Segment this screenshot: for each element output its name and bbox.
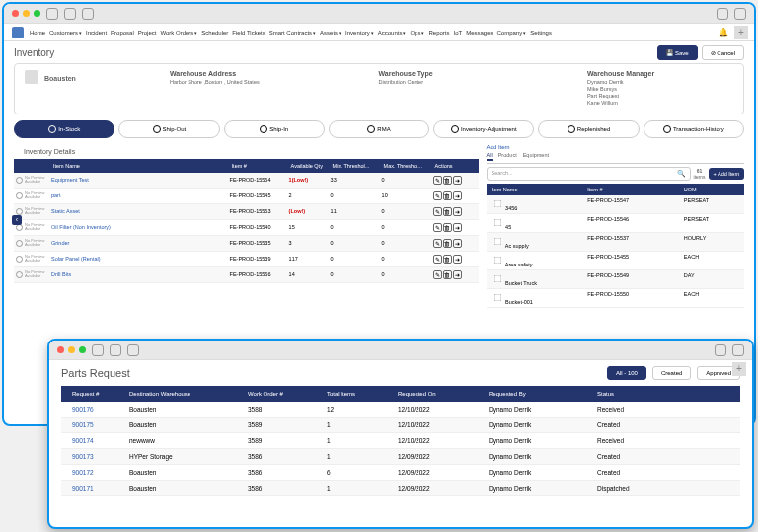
scroll-left-icon[interactable]: ‹ — [12, 215, 22, 225]
list-item[interactable]: 3456FE-PROD-15547PERSEAT — [487, 195, 744, 214]
edit-icon[interactable]: ✎ — [433, 270, 442, 279]
table-row[interactable]: No PreviewAvailableOil Filter (Non Inven… — [14, 220, 479, 236]
nav-project[interactable]: Project — [138, 30, 157, 36]
nav-assets[interactable]: Assets — [320, 30, 341, 36]
delete-icon[interactable]: 🗑 — [443, 207, 452, 216]
nav-messages[interactable]: Messages — [466, 30, 493, 36]
table-row[interactable]: No PreviewAvailableDrill BitsFE-PROD-155… — [14, 267, 479, 283]
maximize-icon[interactable] — [79, 346, 86, 353]
edit-icon[interactable]: ✎ — [433, 239, 442, 248]
add-item-button[interactable]: + Add Item — [709, 168, 744, 180]
col-name[interactable]: Item Name — [51, 163, 230, 169]
nav-incident[interactable]: Incident — [86, 30, 107, 36]
delete-icon[interactable]: 🗑 — [443, 239, 452, 248]
save-button[interactable]: 💾 Save — [657, 45, 697, 60]
nav-ops[interactable]: Ops — [410, 30, 424, 36]
new-tab-icon[interactable]: + — [734, 26, 748, 39]
table-row[interactable]: No PreviewAvailableGrinderFE-PROD-155353… — [14, 236, 479, 252]
delete-icon[interactable]: 🗑 — [443, 270, 452, 279]
more-icon[interactable]: ➜ — [453, 255, 462, 264]
table-row[interactable]: 900176Boausten35881212/10/2022Dynamo Der… — [61, 402, 740, 418]
subtab-equipment[interactable]: Equipment — [523, 152, 549, 161]
tab-ship-out[interactable]: Ship-Out — [118, 120, 219, 138]
item-name[interactable]: part — [51, 192, 230, 198]
nav-iot[interactable]: IoT — [453, 30, 462, 36]
request-link[interactable]: 900173 — [69, 453, 126, 460]
nav-scheduler[interactable]: Scheduler — [201, 30, 228, 36]
delete-icon[interactable]: 🗑 — [443, 176, 452, 185]
forward-icon[interactable] — [82, 8, 94, 20]
nav-settings[interactable]: Settings — [530, 30, 552, 36]
item-name[interactable]: Equipment Test — [51, 177, 230, 183]
col-qty[interactable]: Available Qty — [289, 163, 331, 169]
more-icon[interactable]: ➜ — [453, 270, 462, 279]
close-icon[interactable] — [57, 346, 64, 353]
request-link[interactable]: 900174 — [69, 437, 126, 444]
sidebar-icon[interactable] — [127, 344, 139, 356]
nav-work-orders[interactable]: Work Orders — [160, 30, 197, 36]
more-icon[interactable]: ➜ — [453, 239, 462, 248]
item-checkbox[interactable] — [493, 218, 501, 226]
bell-icon[interactable]: 🔔 — [719, 28, 728, 37]
maximize-icon[interactable] — [34, 10, 40, 17]
search-icon[interactable]: 🔍 — [677, 170, 686, 178]
item-name[interactable]: Solar Panel (Rental) — [51, 256, 230, 262]
table-row[interactable]: 900175Boausten3589112/10/2022Dynamo Derr… — [61, 418, 740, 433]
edit-icon[interactable]: ✎ — [433, 176, 442, 185]
table-row[interactable]: 900172Boausten3586612/09/2022Dynamo Derr… — [61, 465, 740, 481]
search-input[interactable]: Search... 🔍 — [487, 167, 691, 181]
table-row[interactable]: 900171Boausten3586112/09/2022Dynamo Derr… — [61, 481, 740, 496]
nav-accounts[interactable]: Accounts — [378, 30, 407, 36]
list-item[interactable]: 45FE-PROD-15546PERSEAT — [487, 214, 744, 233]
nav-reports[interactable]: Reports — [428, 30, 449, 36]
tab-in-stock[interactable]: In-Stock — [14, 120, 114, 138]
item-name[interactable]: Grinder — [51, 240, 230, 246]
nav-inventory[interactable]: Inventory — [345, 30, 374, 36]
nav-smart-contracts[interactable]: Smart Contracts — [269, 30, 316, 36]
tab-replenished[interactable]: Replenished — [538, 120, 639, 138]
logo-icon[interactable] — [12, 27, 24, 38]
delete-icon[interactable]: 🗑 — [443, 223, 452, 232]
close-icon[interactable] — [12, 10, 19, 17]
nav-company[interactable]: Company — [497, 30, 527, 36]
more-icon[interactable]: ➜ — [453, 207, 462, 216]
filter-created[interactable]: Created — [652, 366, 691, 380]
nav-customers[interactable]: Customers — [49, 30, 82, 36]
forward-icon[interactable] — [110, 344, 121, 356]
more-icon[interactable]: ➜ — [453, 191, 462, 200]
copy-icon[interactable] — [732, 344, 744, 356]
subtab-product[interactable]: Product — [498, 152, 517, 161]
col-item[interactable]: Item # — [230, 163, 289, 169]
filter-all[interactable]: All - 100 — [607, 366, 646, 380]
more-icon[interactable]: ➜ — [453, 223, 462, 232]
item-name[interactable]: Oil Filter (Non Inventory) — [51, 224, 230, 230]
list-item[interactable]: Bucket TruckFE-PROD-15549DAY — [487, 270, 744, 289]
item-name[interactable]: Drill Bits — [51, 271, 230, 277]
table-row[interactable]: No PreviewAvailableSolar Panel (Rental)F… — [14, 252, 479, 267]
tab-transaction-history[interactable]: Transaction-History — [644, 120, 744, 138]
item-checkbox[interactable] — [493, 256, 501, 264]
new-tab-icon[interactable]: + — [732, 362, 746, 376]
col-max[interactable]: Max. Threshol... — [382, 163, 433, 169]
table-row[interactable]: 900174newwww3589112/10/2022Dynamo Derrik… — [61, 433, 740, 449]
back-icon[interactable] — [64, 8, 76, 20]
share-icon[interactable] — [715, 344, 726, 356]
edit-icon[interactable]: ✎ — [433, 191, 442, 200]
cancel-button[interactable]: ⊘ Cancel — [702, 45, 744, 60]
item-checkbox[interactable] — [493, 237, 501, 245]
table-row[interactable]: No PreviewAvailablepartFE-PROD-155452010… — [14, 189, 479, 204]
nav-field-tickets[interactable]: Field Tickets — [232, 30, 265, 36]
tab-rma[interactable]: RMA — [329, 120, 429, 138]
tabs-icon[interactable] — [734, 8, 746, 20]
delete-icon[interactable]: 🗑 — [443, 255, 452, 264]
item-checkbox[interactable] — [493, 199, 501, 207]
request-link[interactable]: 900175 — [69, 421, 126, 428]
sidebar-toggle-icon[interactable] — [46, 8, 58, 20]
delete-icon[interactable]: 🗑 — [443, 191, 452, 200]
list-item[interactable]: Bucket-001FE-PROD-15550EACH — [487, 289, 744, 308]
list-item[interactable]: Area safetyFE-PROD-15455EACH — [487, 252, 744, 270]
item-checkbox[interactable] — [493, 293, 501, 301]
edit-icon[interactable]: ✎ — [433, 223, 442, 232]
minimize-icon[interactable] — [23, 10, 30, 17]
item-name[interactable]: Static Asset — [51, 208, 230, 214]
